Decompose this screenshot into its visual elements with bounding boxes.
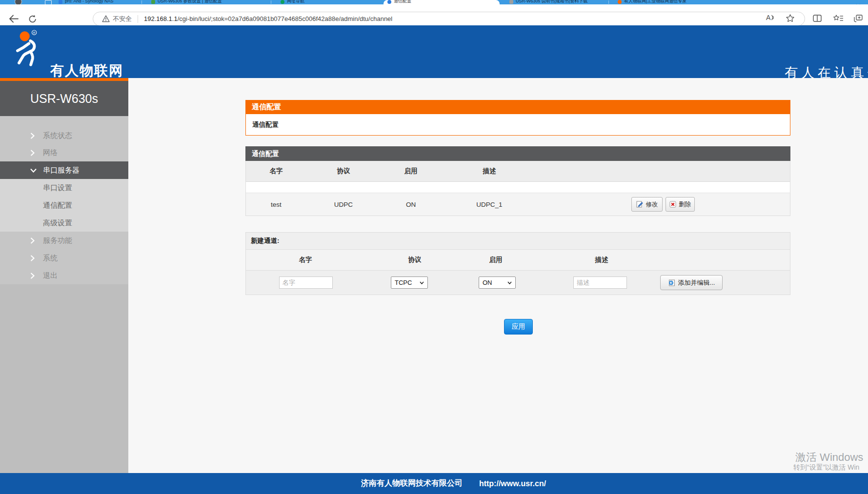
apply-button[interactable]: 应用 <box>504 319 533 335</box>
address-bar[interactable]: 不安全 192.168.1.1/cgi-bin/luci/;stok=02a7d… <box>93 12 805 26</box>
cell-desc: UDPC_1 <box>470 193 509 216</box>
tab-favicon <box>151 0 155 4</box>
cell-protocol: UDPC <box>324 193 363 216</box>
desc-input[interactable] <box>573 277 627 289</box>
usr-logo-icon: R <box>12 29 46 74</box>
address-divider <box>138 15 138 23</box>
chevron-right-icon <box>30 133 37 139</box>
select-chevron-icon <box>420 281 424 284</box>
table-spacer-row <box>246 182 790 193</box>
delete-icon <box>669 201 676 208</box>
table-header-row: 名字 协议 启用 描述 <box>246 161 790 182</box>
col-header-protocol: 协议 <box>395 250 434 270</box>
select-chevron-icon <box>507 281 512 284</box>
page-title: 通信配置 <box>245 100 790 114</box>
footer-site-link[interactable]: http://www.usr.cn/ <box>479 479 546 488</box>
new-channel-header-row: 名字 协议 启用 描述 <box>246 250 790 271</box>
browser-tab-strip: pro: And - Synology NAS USR-W630s 参数设置 |… <box>0 0 868 4</box>
tab-title: pro: And - Synology NAS <box>65 0 114 4</box>
sidebar: USR-W630s 系统状态 网络 串口服务器 串口设置 通信配置 高级设置 服… <box>0 78 128 473</box>
browser-tab-active[interactable]: 通信配置 <box>384 0 500 4</box>
chevron-right-icon <box>30 150 37 156</box>
channel-table: 通信配置 名字 协议 启用 描述 test UDPC ON UDPC_1 <box>245 146 790 216</box>
name-input[interactable] <box>279 277 333 289</box>
add-and-edit-button[interactable]: 添加并编辑... <box>660 275 723 290</box>
device-name: USR-W630s <box>0 81 128 116</box>
tab-separator <box>608 0 609 4</box>
tab-favicon <box>59 0 62 4</box>
new-channel-section: 新建通道: 名字 协议 启用 描述 TCPC ON <box>245 232 790 295</box>
sidebar-item-system-status[interactable]: 系统状态 <box>0 127 128 144</box>
tab-favicon <box>387 0 391 4</box>
new-channel-input-row: TCPC ON 添加并编辑... <box>246 271 790 295</box>
cell-name: test <box>257 193 296 216</box>
windows-activation-hint: 转到“设置”以激活 Win <box>793 463 859 472</box>
table-title: 通信配置 <box>245 146 790 161</box>
new-channel-title: 新建通道: <box>246 233 790 250</box>
browser-tab[interactable]: 网址导航 <box>277 0 345 4</box>
favorite-star-icon[interactable] <box>786 14 794 24</box>
split-screen-icon[interactable] <box>813 15 822 24</box>
sidebar-item-serial-server[interactable]: 串口服务器 <box>0 161 128 179</box>
security-label[interactable]: 不安全 <box>113 15 132 23</box>
col-header-desc: 描述 <box>470 161 509 181</box>
browser-tab[interactable]: USR-W630s 参数设置 | 通信配置 <box>147 0 267 4</box>
chevron-right-icon <box>30 273 37 279</box>
sidebar-item-network[interactable]: 网络 <box>0 144 128 161</box>
sidebar-item-advanced-settings[interactable]: 高级设置 <box>0 214 128 232</box>
windows-activation-watermark: 激活 Windows <box>795 450 863 465</box>
url-host[interactable]: 192.168.1.1 <box>144 15 178 22</box>
page-footer: 济南有人物联网技术有限公司 http://www.usr.cn/ <box>0 473 868 494</box>
edit-icon <box>636 201 644 208</box>
browser-tab[interactable]: USR-W630s 说明书|规格书|资料下载 <box>505 0 606 4</box>
page-breadcrumb: 通信配置 <box>245 114 790 136</box>
sidebar-item-comm-config[interactable]: 通信配置 <box>0 197 128 214</box>
tab-favicon <box>618 0 622 4</box>
site-header: R 有人物联网 工业物联网通信专家 有人在认真做 中文 <box>0 25 868 78</box>
refresh-icon[interactable] <box>28 15 37 25</box>
table-row: test UDPC ON UDPC_1 修改 删除 <box>246 193 790 216</box>
col-header-name: 名字 <box>257 161 296 181</box>
col-header-enabled: 启用 <box>391 161 430 181</box>
warning-icon[interactable] <box>102 15 110 22</box>
sidebar-item-system[interactable]: 系统 <box>0 249 128 267</box>
browser-tab[interactable]: 有人物联网|工业物联网通信专家 <box>614 0 709 4</box>
chevron-right-icon <box>30 255 37 261</box>
col-header-name: 名字 <box>286 250 325 270</box>
tab-title: USR-W630s 参数设置 | 通信配置 <box>158 0 222 4</box>
browser-toolbar: 不安全 192.168.1.1/cgi-bin/luci/;stok=02a7d… <box>0 4 868 25</box>
url-path[interactable]: /cgi-bin/luci/;stok=02a7d6a09081b077e468… <box>178 15 393 22</box>
tab-separator <box>271 0 271 4</box>
tab-favicon <box>509 0 513 4</box>
collections-icon[interactable] <box>854 15 863 24</box>
edit-button[interactable]: 修改 <box>631 197 663 212</box>
read-aloud-icon[interactable]: A <box>766 14 775 21</box>
tab-title: 通信配置 <box>394 0 411 4</box>
footer-company: 济南有人物联网技术有限公司 <box>361 478 463 489</box>
screen: pro: And - Synology NAS USR-W630s 参数设置 |… <box>0 0 868 494</box>
sidebar-item-logout[interactable]: 退出 <box>0 267 128 284</box>
sidebar-item-serial-settings[interactable]: 串口设置 <box>0 179 128 197</box>
chevron-down-icon <box>30 168 37 173</box>
sidebar-item-service-functions[interactable]: 服务功能 <box>0 232 128 249</box>
tab-separator <box>141 0 142 4</box>
tab-title: 有人物联网|工业物联网通信专家 <box>624 0 686 4</box>
tab-title: 网址导航 <box>287 0 304 4</box>
add-edit-icon <box>668 279 675 286</box>
delete-button[interactable]: 删除 <box>666 197 695 212</box>
back-icon[interactable] <box>9 15 19 25</box>
tab-title: USR-W630s 说明书|规格书|资料下载 <box>516 0 587 4</box>
chevron-right-icon <box>30 237 37 244</box>
cell-enabled: ON <box>391 193 430 216</box>
svg-text:R: R <box>33 31 36 34</box>
browser-tab[interactable]: pro: And - Synology NAS <box>55 0 138 4</box>
protocol-select[interactable]: TCPC <box>391 277 428 289</box>
col-header-desc: 描述 <box>582 250 621 270</box>
enabled-select[interactable]: ON <box>479 277 516 289</box>
col-header-enabled: 启用 <box>476 250 515 270</box>
brand-title: 有人物联网 <box>50 61 123 80</box>
tab-favicon-shield <box>281 0 284 4</box>
favorites-bar-icon[interactable] <box>833 15 844 24</box>
col-header-protocol: 协议 <box>324 161 363 181</box>
